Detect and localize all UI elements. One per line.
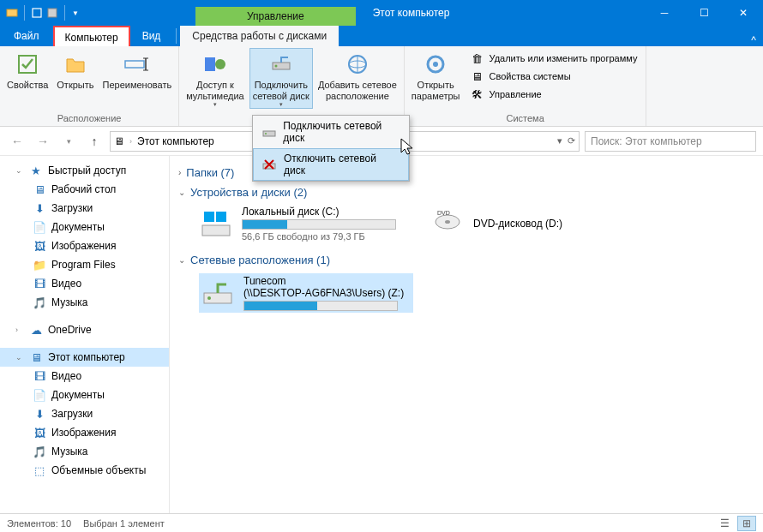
- map-network-drive-button[interactable]: Подключить сетевой диск ▾: [249, 48, 313, 109]
- downloads-icon: ⬇: [33, 201, 46, 215]
- search-input[interactable]: Поиск: Этот компьютер: [585, 131, 756, 152]
- downloads-icon: ⬇: [33, 407, 46, 421]
- videos-icon: 🎞: [33, 277, 46, 290]
- open-settings-button[interactable]: Открыть параметры: [408, 48, 464, 101]
- status-bar: Элементов: 10 Выбран 1 элемент ☰ ⊞: [0, 513, 763, 532]
- sidebar-pc-3d[interactable]: ⬚Объемные объекты: [0, 461, 169, 480]
- disconnect-icon: [261, 157, 277, 172]
- capacity-fill: [243, 220, 287, 229]
- tab-file[interactable]: Файл: [0, 26, 53, 46]
- nav-up-button[interactable]: ↑: [84, 131, 105, 152]
- status-item-count: Элементов: 10: [7, 518, 71, 529]
- refresh-icon[interactable]: ⟳: [568, 135, 575, 146]
- drive-network-z[interactable]: Tunecom (\\DESKTOP-AG6FNA3\Users) (Z:): [199, 273, 413, 313]
- svg-rect-8: [205, 57, 215, 71]
- sidebar-pc-pictures[interactable]: 🖼Изображения: [0, 423, 169, 442]
- svg-point-27: [207, 296, 211, 300]
- ribbon-tabs: Файл Компьютер Вид Средства работы с дис…: [0, 26, 763, 46]
- media-access-button[interactable]: Доступ к мультимедиа ▾: [183, 48, 248, 108]
- drive-label: DVD-дисковод (D:): [473, 218, 645, 230]
- add-network-location-button[interactable]: Добавить сетевое расположение: [315, 48, 400, 101]
- sidebar-documents[interactable]: 📄Документы: [0, 218, 169, 236]
- sidebar-downloads[interactable]: ⬇Загрузки: [0, 199, 169, 218]
- quick-access-toolbar: ▼: [0, 5, 84, 21]
- dvd-icon: DVD: [430, 206, 465, 241]
- dropdown-chevron-icon[interactable]: ▾: [557, 135, 562, 146]
- nav-history-button[interactable]: ▾: [58, 131, 79, 152]
- svg-rect-22: [216, 212, 226, 222]
- sidebar-pc-documents[interactable]: 📄Документы: [0, 386, 169, 404]
- qat-dropdown-icon[interactable]: ▼: [72, 9, 79, 17]
- folder-icon: 📁: [33, 258, 46, 272]
- sidebar-pc-downloads[interactable]: ⬇Загрузки: [0, 404, 169, 423]
- ribbon-help-icon[interactable]: ^: [744, 34, 763, 46]
- section-devices[interactable]: ⌄Устройства и диски (2): [178, 182, 754, 202]
- gear-icon: [422, 51, 449, 78]
- sidebar-music[interactable]: 🎵Музыка: [0, 293, 169, 312]
- dropdown-disconnect-drive[interactable]: Отключить сетевой диск: [253, 148, 409, 181]
- chevron-right-icon: ›: [129, 137, 132, 146]
- sidebar-pictures[interactable]: 🖼Изображения: [0, 236, 169, 255]
- svg-rect-4: [125, 61, 144, 68]
- pictures-icon: 🖼: [33, 239, 46, 253]
- documents-icon: 📄: [33, 220, 46, 234]
- ribbon-group-location: Свойства Открыть Переименовать Расположе…: [0, 46, 179, 126]
- svg-point-9: [215, 59, 225, 69]
- svg-point-24: [445, 220, 450, 224]
- view-details-button[interactable]: ☰: [715, 516, 734, 531]
- sidebar-videos[interactable]: 🎞Видео: [0, 274, 169, 293]
- sidebar-desktop[interactable]: 🖥Рабочий стол: [0, 180, 169, 199]
- sidebar-pc-videos[interactable]: 🎞Видео: [0, 367, 169, 386]
- tab-computer[interactable]: Компьютер: [53, 26, 130, 46]
- breadcrumb-root[interactable]: Этот компьютер: [137, 135, 214, 147]
- network-drive-icon: [201, 276, 235, 310]
- svg-rect-20: [202, 225, 230, 236]
- context-tab-label: Управление: [195, 7, 356, 26]
- properties-button[interactable]: Свойства: [3, 48, 51, 91]
- rename-button[interactable]: Переименовать: [99, 48, 176, 91]
- open-button[interactable]: Открыть: [53, 48, 97, 91]
- tab-drive-tools[interactable]: Средства работы с дисками: [180, 26, 339, 46]
- minimize-button[interactable]: ─: [645, 0, 684, 26]
- chevron-down-icon: ⌄: [178, 255, 185, 265]
- capacity-bar: [242, 219, 396, 230]
- ribbon-group-system: Открыть параметры 🗑Удалить или изменить …: [405, 46, 647, 126]
- content-pane: ›Папки (7) ⌄Устройства и диски (2) Локал…: [170, 156, 763, 513]
- section-network-locations[interactable]: ⌄Сетевые расположения (1): [178, 250, 754, 270]
- sidebar-this-pc[interactable]: ⌄🖥Этот компьютер: [0, 348, 169, 367]
- checkmark-icon: [14, 51, 41, 78]
- sidebar-quick-access[interactable]: ⌄★Быстрый доступ: [0, 161, 169, 180]
- close-button[interactable]: ✕: [724, 0, 763, 26]
- nav-forward-button[interactable]: →: [33, 131, 53, 152]
- qat-item-1[interactable]: [30, 6, 44, 20]
- sidebar-program-files[interactable]: 📁Program Files: [0, 255, 169, 274]
- uninstall-icon: 🗑: [471, 51, 484, 65]
- view-tiles-button[interactable]: ⊞: [737, 516, 756, 531]
- manage-icon: 🛠: [471, 87, 484, 101]
- svg-point-16: [433, 62, 438, 67]
- app-icon[interactable]: [5, 6, 19, 20]
- svg-rect-21: [204, 212, 214, 222]
- capacity-bar: [243, 301, 398, 311]
- drive-label: Tunecom (\\DESKTOP-AG6FNA3\Users) (Z:): [243, 275, 412, 299]
- svg-rect-1: [33, 9, 41, 17]
- qat-item-2[interactable]: [45, 6, 59, 20]
- ribbon: Свойства Открыть Переименовать Расположе…: [0, 46, 763, 127]
- folder-open-icon: [62, 51, 89, 78]
- system-properties-button[interactable]: 🖥Свойства системы: [466, 68, 643, 85]
- drive-dvd-d[interactable]: DVD DVD-дисковод (D:): [430, 206, 645, 242]
- maximize-button[interactable]: ☐: [684, 0, 724, 26]
- dropdown-map-drive[interactable]: Подключить сетевой диск: [253, 116, 409, 148]
- tab-view[interactable]: Вид: [130, 26, 173, 46]
- svg-text:DVD: DVD: [437, 210, 450, 216]
- chevron-right-icon: ›: [15, 326, 24, 334]
- nav-back-button[interactable]: ←: [7, 131, 27, 152]
- manage-button[interactable]: 🛠Управление: [466, 86, 643, 103]
- videos-icon: 🎞: [33, 369, 46, 383]
- drive-local-c[interactable]: Локальный диск (C:) 56,6 ГБ свободно из …: [199, 206, 413, 242]
- uninstall-program-button[interactable]: 🗑Удалить или изменить программу: [466, 50, 643, 67]
- sidebar-pc-music[interactable]: 🎵Музыка: [0, 442, 169, 461]
- sidebar-onedrive[interactable]: ›☁OneDrive: [0, 320, 169, 339]
- title-bar: ▼ Управление Этот компьютер ─ ☐ ✕: [0, 0, 763, 26]
- chevron-down-icon: ⌄: [178, 188, 185, 197]
